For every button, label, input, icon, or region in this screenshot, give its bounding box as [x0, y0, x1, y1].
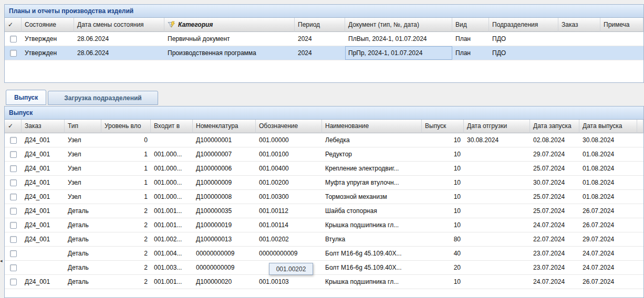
row-checkbox[interactable] — [10, 165, 17, 172]
cell-designation[interactable]: 00000000009 — [256, 247, 322, 261]
cell-designation[interactable]: 001.00103 — [256, 275, 322, 289]
cell-nesting-level[interactable]: 1 — [101, 190, 151, 204]
row-checkbox[interactable] — [10, 179, 17, 186]
cell-designation[interactable]: 001.00114 — [256, 218, 322, 232]
row-checkbox[interactable] — [10, 264, 17, 271]
tab-zagruzka-podrazdelenij[interactable]: Загрузка подразделений — [48, 91, 158, 105]
cell-name[interactable]: Болт М16-6g 45.109.40Х... — [322, 261, 422, 275]
cell-name[interactable]: Редуктор — [322, 147, 422, 162]
cell-kind[interactable]: План — [452, 46, 489, 60]
cell-designation[interactable]: 001.00200 — [256, 176, 322, 190]
cell-nesting-level[interactable]: 1 — [101, 176, 151, 190]
col-header-launch-date[interactable]: Дата запуска — [530, 120, 579, 133]
cell-release-date[interactable]: 01.08.2024 — [579, 162, 637, 176]
cell-output[interactable]: 10 — [422, 218, 464, 232]
cell-type[interactable]: Деталь — [65, 218, 101, 232]
output-row[interactable]: Д24_001 Деталь 2 001.002... Д100000013 0… — [5, 232, 643, 247]
cell-shipping-date[interactable] — [464, 204, 530, 218]
cell-shipping-date[interactable] — [464, 247, 530, 261]
output-row[interactable]: Д24_001 Деталь 2 001.001... Д100000035 0… — [5, 204, 643, 218]
cell-name[interactable]: Шайба стопорная — [322, 204, 422, 218]
cell-release-date[interactable]: 01.08.2024 — [579, 176, 637, 190]
row-checkbox[interactable] — [10, 222, 17, 229]
cell-type[interactable]: Деталь — [65, 204, 101, 218]
cell-nomenclature[interactable]: 00000000009 — [193, 247, 256, 261]
cell-name[interactable]: Крышка подшипника гл... — [322, 275, 422, 289]
select-all-header[interactable]: ✓ — [5, 120, 22, 133]
output-row[interactable]: Д24_001 Деталь 2 001.001... Д100000020 0… — [5, 275, 643, 289]
col-header-kind[interactable]: Вид — [452, 18, 489, 32]
output-row[interactable]: Д24_001 Узел 1 001.000... Д100000008 001… — [5, 190, 643, 204]
cell-order[interactable]: Д24_001 — [22, 275, 65, 289]
output-row[interactable]: Д24_001 Деталь 2 001.001... Д100000019 0… — [5, 218, 643, 232]
row-check-cell[interactable] — [5, 46, 22, 60]
cell-order[interactable]: Д24_001 — [22, 190, 65, 204]
cell-kind[interactable]: План — [452, 32, 489, 46]
row-check-cell[interactable] — [5, 232, 22, 247]
cell-state[interactable]: Утвержден — [22, 32, 74, 46]
cell-launch-date[interactable]: 30.07.2024 — [530, 176, 579, 190]
cell-shipping-date[interactable] — [464, 261, 530, 275]
col-header-release-date[interactable]: Дата выпуска — [579, 120, 637, 133]
cell-order[interactable]: Д24_001 — [22, 176, 65, 190]
cell-nomenclature[interactable]: Д100000013 — [193, 232, 256, 247]
cell-release-date[interactable]: 01.08.2024 — [579, 147, 637, 162]
plan-row[interactable]: Утвержден 28.06.2024 Производственная пр… — [5, 46, 643, 60]
cell-period[interactable]: 2024 — [295, 32, 345, 46]
cell-nesting-level[interactable]: 0 — [101, 133, 151, 147]
cell-order[interactable] — [558, 46, 600, 60]
cell-release-date[interactable]: 26.07.2024 — [579, 275, 637, 289]
row-checkbox[interactable] — [10, 151, 17, 158]
cell-designation[interactable]: 001.00400 — [256, 162, 322, 176]
cell-document[interactable]: ПлВып, 2024-1, 01.07.2024 — [345, 32, 452, 46]
cell-output[interactable]: 10 — [422, 147, 464, 162]
cell-output[interactable]: 10 — [422, 190, 464, 204]
cell-launch-date[interactable]: 22.07.2024 — [530, 232, 579, 247]
cell-name[interactable]: Муфта упругая втулочн... — [322, 176, 422, 190]
col-header-order[interactable]: Заказ — [558, 18, 600, 32]
cell-nomenclature[interactable]: Д100000035 — [193, 204, 256, 218]
cell-shipping-date[interactable] — [464, 176, 530, 190]
cell-part-of[interactable]: 001.004... — [151, 247, 193, 261]
cell-category[interactable]: Производственная программа — [164, 46, 295, 60]
cell-release-date[interactable]: 29.07.2024 — [579, 232, 637, 247]
cell-part-of[interactable]: 001.001... — [151, 204, 193, 218]
cell-nomenclature[interactable]: Д100000009 — [193, 176, 256, 190]
cell-release-date[interactable]: 30.08.2024 — [579, 133, 637, 147]
cell-shipping-date[interactable] — [464, 190, 530, 204]
col-header-order[interactable]: Заказ — [22, 120, 65, 133]
select-all-header[interactable]: ✓ — [5, 18, 22, 32]
cell-designation[interactable]: 001.00100 — [256, 147, 322, 162]
cell-shipping-date[interactable] — [464, 162, 530, 176]
row-check-cell[interactable] — [5, 133, 22, 147]
cell-release-date[interactable]: 26.07.2024 — [579, 218, 637, 232]
cell-launch-date[interactable]: 25.07.2024 — [530, 190, 579, 204]
cell-part-of[interactable]: 001.000... — [151, 162, 193, 176]
cell-output[interactable]: 10 — [422, 162, 464, 176]
cell-part-of[interactable]: 001.002... — [151, 232, 193, 247]
cell-launch-date[interactable]: 24.07.2024 — [530, 275, 579, 289]
cell-nomenclature[interactable]: Д100000008 — [193, 190, 256, 204]
cell-output[interactable]: 40 — [422, 247, 464, 261]
cell-order[interactable] — [22, 261, 65, 275]
cell-nesting-level[interactable]: 2 — [101, 204, 151, 218]
cell-category[interactable]: Первичный документ — [164, 32, 295, 46]
col-header-document[interactable]: Документ (тип, №, дата) — [345, 18, 452, 32]
cell-type[interactable]: Деталь — [65, 275, 101, 289]
row-checkbox[interactable] — [10, 137, 17, 144]
row-checkbox[interactable] — [10, 50, 17, 57]
cell-nesting-level[interactable]: 2 — [101, 275, 151, 289]
cell-part-of[interactable]: 001.000... — [151, 190, 193, 204]
row-check-cell[interactable] — [5, 147, 22, 162]
cell-part-of[interactable]: 001.001... — [151, 275, 193, 289]
cell-output[interactable]: 10 — [422, 133, 464, 147]
col-header-period[interactable]: Период — [295, 18, 345, 32]
cell-nomenclature[interactable]: Д100000007 — [193, 147, 256, 162]
row-check-cell[interactable] — [5, 162, 22, 176]
cell-note[interactable] — [600, 32, 643, 46]
cell-nesting-level[interactable]: 2 — [101, 232, 151, 247]
row-checkbox[interactable] — [10, 36, 17, 42]
output-row[interactable]: Д24_001 Узел 1 001.000... Д100000006 001… — [5, 162, 643, 176]
cell-nesting-level[interactable]: 1 — [101, 147, 151, 162]
col-header-type[interactable]: Тип — [65, 120, 101, 133]
